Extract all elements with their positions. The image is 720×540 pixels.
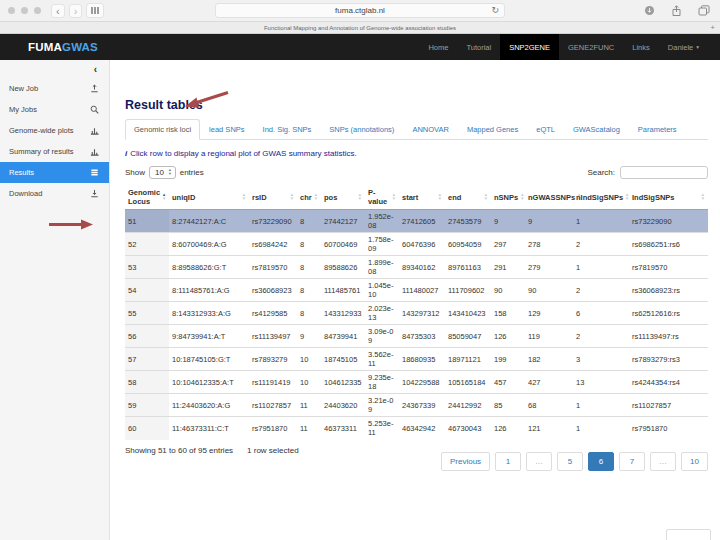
column-header-pos[interactable]: pos▲▼ [321,185,365,210]
sort-icon: ▲▼ [438,193,442,200]
tab-gwascatalog[interactable]: GWAScatalog [564,119,629,140]
cell-indsigsnps: rs36068923:rs [629,279,708,302]
fuma-logo[interactable]: FUMAGWAS [28,41,98,53]
window-controls[interactable] [8,7,41,14]
page-button-6[interactable]: 6 [588,452,614,471]
tab-overview-icon[interactable] [86,3,104,18]
table-row[interactable]: 5911:24403620:A:Grs1102785711244036203.2… [125,394,708,417]
table-row[interactable]: 518:27442127:A:Crs732290908274421271.952… [125,210,708,233]
cell-genomic-locus: 51 [125,210,169,233]
site-navbar: FUMAGWAS HomeTutorialSNP2GENEGENE2FUNCLi… [0,34,720,60]
window-zoom-icon[interactable] [34,7,41,14]
downloads-icon[interactable] [644,5,655,16]
nav-item-daniele[interactable]: Daniele▾ [659,34,708,60]
pagination: Previous1…567…10 [441,452,708,471]
column-header-rsid[interactable]: rsID▲▼ [249,185,297,210]
page-button-10[interactable]: 10 [681,452,708,471]
nav-item-snp2gene[interactable]: SNP2GENE [500,34,559,60]
sidebar-item-results[interactable]: Results [0,162,109,183]
cell-start: 104229588 [399,371,445,394]
cell-chr: 8 [297,279,321,302]
sort-icon: ▲▼ [162,193,166,200]
nav-item-links[interactable]: Links [623,34,659,60]
window-close-icon[interactable] [8,7,15,14]
tab-lead-snps[interactable]: lead SNPs [200,119,253,140]
column-header-ngwassnps[interactable]: nGWASSNPs▲▼ [525,185,573,210]
table-row[interactable]: 6011:46373311:C:Trs795187011463733115.25… [125,417,708,440]
table-row[interactable]: 548:111485761:A:Grs3606892381114857611.0… [125,279,708,302]
cell-start: 143297312 [399,302,445,325]
page-button-5[interactable]: 5 [557,452,583,471]
table-row[interactable]: 538:89588626:G:Trs78195708895886261.899e… [125,256,708,279]
window-minimize-icon[interactable] [21,7,28,14]
cell-end: 24412992 [445,394,491,417]
share-icon[interactable] [671,5,682,17]
reload-icon[interactable]: ↻ [491,5,499,15]
sidebar-item-download[interactable]: Download [0,183,109,204]
nav-item-home[interactable]: Home [419,34,457,60]
column-header-indsigsnps[interactable]: IndSigSNPs▲▼ [629,185,708,210]
tab-eqtl[interactable]: eQTL [527,119,564,140]
column-header-chr[interactable]: chr▲▼ [297,185,321,210]
sidebar-item-new-job[interactable]: New Job [0,78,109,99]
new-tab-icon[interactable]: + [710,25,715,31]
column-header-nindsigsnps[interactable]: nIndSigSNPs▲▼ [573,185,629,210]
column-header-nsnps[interactable]: nSNPs▲▼ [491,185,525,210]
cell-indsigsnps: rs73229090 [629,210,708,233]
cell-end: 18971121 [445,348,491,371]
annotation-arrow-row [46,218,94,231]
tab-mapped-genes[interactable]: Mapped Genes [458,119,527,140]
search-icon [90,105,99,114]
caret-down-icon: ▾ [696,44,699,50]
sidebar-item-summary-of-results[interactable]: Summary of results [0,141,109,162]
forward-button[interactable]: › [69,4,83,18]
browser-tab-bar[interactable]: Functional Mapping and Annotation of Gen… [0,22,720,34]
cell-start: 24367339 [399,394,445,417]
column-label: nIndSigSNPs [576,193,623,202]
sidebar-collapse-icon[interactable]: ‹ [0,63,109,78]
column-header-start[interactable]: start▲▼ [399,185,445,210]
cell-pos: 18745105 [321,348,365,371]
cell-genomic-locus: 52 [125,233,169,256]
sort-icon: ▲▼ [484,193,488,200]
page-button-previous[interactable]: Previous [441,452,490,471]
column-header-genomic-locus[interactable]: Genomic Locus▲▼ [125,185,169,210]
column-header-uniqid[interactable]: uniqID▲▼ [169,185,249,210]
page-button-7[interactable]: 7 [619,452,645,471]
cell-pos: 111485761 [321,279,365,302]
sidebar-item-genome-wide-plots[interactable]: Genome-wide plots [0,120,109,141]
tab-ind-sig-snps[interactable]: Ind. Sig. SNPs [254,119,321,140]
page-length-control: Show 10 ▲▼ entries [125,166,204,179]
search-input[interactable] [620,166,708,179]
table-row[interactable]: 528:60700469:A:Grs69842428607004691.758e… [125,233,708,256]
cell-nindsigsnps: 1 [573,417,629,440]
tab-snps-annotations[interactable]: SNPs (annotations) [320,119,403,140]
tab-parameters[interactable]: Parameters [629,119,686,140]
result-tabs: Genomic risk locilead SNPsInd. Sig. SNPs… [125,119,708,140]
cell-ngwassnps: 129 [525,302,573,325]
sort-icon: ▲▼ [290,193,294,200]
table-row[interactable]: 558:143312933:A:Grs412958581433129332.02… [125,302,708,325]
tab-genomic-risk-loci[interactable]: Genomic risk loci [125,119,200,140]
pagination-next-button-partial[interactable] [666,529,711,540]
back-button[interactable]: ‹ [51,4,65,18]
table-row[interactable]: 569:84739941:A:Trs111394979847399413.09e… [125,325,708,348]
tab-annovar[interactable]: ANNOVAR [403,119,458,140]
cell-indsigsnps: rs11139497:rs [629,325,708,348]
address-bar[interactable]: fuma.ctglab.nl ↻ [215,3,505,18]
page-length-select[interactable]: 10 ▲▼ [149,166,176,179]
sidebar-item-my-jobs[interactable]: My Jobs [0,99,109,120]
table-row[interactable]: 5810:104612335:A:Trs11191419101046123359… [125,371,708,394]
download-icon [90,189,99,198]
cell-nindsigsnps: 13 [573,371,629,394]
nav-item-tutorial[interactable]: Tutorial [457,34,500,60]
column-label: rsID [252,193,267,202]
column-header-p-value[interactable]: P-value▲▼ [365,185,399,210]
column-header-end[interactable]: end▲▼ [445,185,491,210]
cell-pos: 84739941 [321,325,365,348]
tabs-icon[interactable] [698,5,710,16]
cell-pos: 60700469 [321,233,365,256]
nav-item-gene2func[interactable]: GENE2FUNC [559,34,623,60]
page-button-1[interactable]: 1 [495,452,521,471]
table-row[interactable]: 5710:18745105:G:Trs789327910187451053.56… [125,348,708,371]
